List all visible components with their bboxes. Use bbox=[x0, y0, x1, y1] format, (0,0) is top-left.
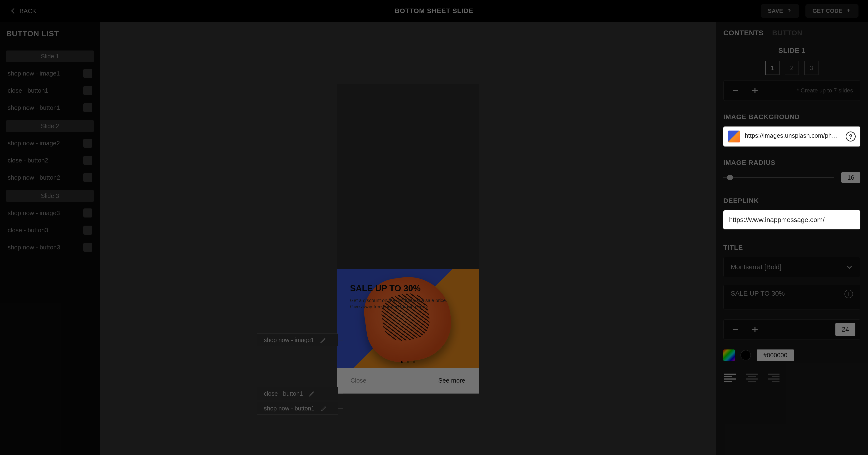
font-size-value[interactable]: 24 bbox=[835, 323, 856, 336]
add-title-line-button[interactable]: + bbox=[844, 290, 853, 298]
preview-subtitle2: Give away free coupon for members. bbox=[350, 304, 447, 310]
chevron-down-icon bbox=[846, 263, 853, 271]
phone-preview: SALE UP TO 30% Get a discount on the pro… bbox=[337, 84, 479, 394]
arrow-left-icon bbox=[9, 7, 17, 15]
floating-label-close1[interactable]: close - button1 bbox=[257, 387, 338, 400]
preview-close-button[interactable]: Close bbox=[350, 377, 366, 384]
minus-icon bbox=[732, 86, 740, 94]
button-list-item[interactable]: shop now - button2 bbox=[6, 173, 94, 182]
align-center-button[interactable] bbox=[745, 372, 758, 383]
slide-group-header[interactable]: Slide 1 bbox=[6, 51, 94, 62]
button-list-item[interactable]: close - button1 bbox=[6, 86, 94, 95]
back-label: BACK bbox=[20, 7, 36, 15]
item-checkbox[interactable] bbox=[83, 156, 92, 165]
canvas-area: SALE UP TO 30% Get a discount on the pro… bbox=[100, 22, 716, 455]
color-hex-input[interactable]: #000000 bbox=[757, 349, 794, 361]
radius-slider[interactable] bbox=[723, 177, 834, 178]
tab-button[interactable]: BUTTON bbox=[772, 29, 802, 37]
save-button[interactable]: SAVE bbox=[761, 4, 799, 18]
title-textarea[interactable]: SALE UP TO 30% + bbox=[723, 285, 860, 309]
decrease-size-button[interactable] bbox=[731, 325, 740, 334]
floating-label-image1[interactable]: shop now - image1 bbox=[257, 334, 338, 346]
pencil-icon bbox=[320, 405, 328, 412]
section-title: TITLE bbox=[723, 244, 860, 251]
help-icon[interactable]: ? bbox=[846, 132, 856, 142]
pencil-icon bbox=[309, 390, 316, 397]
align-left-button[interactable] bbox=[723, 372, 737, 383]
button-list-item[interactable]: shop now - image2 bbox=[6, 139, 94, 148]
pencil-icon bbox=[320, 336, 327, 343]
item-checkbox[interactable] bbox=[83, 139, 92, 148]
color-picker-button[interactable] bbox=[723, 349, 735, 361]
item-checkbox[interactable] bbox=[83, 103, 92, 112]
upload-icon bbox=[846, 8, 851, 14]
preview-title: SALE UP TO 30% bbox=[350, 283, 447, 293]
deeplink-input[interactable] bbox=[723, 210, 860, 229]
slide-limit-note: * Create up to 7 slides bbox=[797, 87, 853, 94]
section-image-radius: IMAGE RADIUS bbox=[723, 159, 860, 167]
item-checkbox[interactable] bbox=[83, 208, 92, 218]
image-url-input[interactable]: https://images.unsplash.com/photo-... bbox=[745, 132, 841, 141]
slide-dots bbox=[401, 361, 415, 363]
properties-panel: CONTENTS BUTTON SLIDE 1 1 2 3 * Create u… bbox=[716, 22, 868, 455]
remove-slide-button[interactable] bbox=[731, 86, 740, 95]
button-list-item[interactable]: shop now - image3 bbox=[6, 208, 94, 218]
upload-icon bbox=[786, 8, 792, 14]
page-title: BOTTOM SHEET SLIDE bbox=[395, 7, 473, 15]
add-slide-button[interactable] bbox=[750, 86, 760, 95]
tab-contents[interactable]: CONTENTS bbox=[723, 29, 764, 37]
item-checkbox[interactable] bbox=[83, 226, 92, 235]
get-code-button[interactable]: GET CODE bbox=[805, 4, 859, 18]
button-list-item[interactable]: close - button3 bbox=[6, 226, 94, 235]
back-button[interactable]: BACK bbox=[9, 7, 36, 15]
align-right-button[interactable] bbox=[767, 372, 780, 383]
slide-group-header[interactable]: Slide 3 bbox=[6, 190, 94, 202]
button-list-item[interactable]: shop now - image1 bbox=[6, 69, 94, 78]
item-checkbox[interactable] bbox=[83, 173, 92, 182]
button-list-item[interactable]: shop now - button1 bbox=[6, 103, 94, 112]
button-list-panel: BUTTON LIST Slide 1shop now - image1clos… bbox=[0, 22, 100, 455]
plus-icon bbox=[751, 86, 759, 94]
font-selector[interactable]: Montserrat [Bold] bbox=[723, 257, 860, 277]
slide-num-2[interactable]: 2 bbox=[785, 61, 799, 75]
minus-icon bbox=[732, 325, 740, 334]
header-actions: SAVE GET CODE bbox=[761, 4, 859, 18]
floating-label-shopnow1[interactable]: shop now - button1 bbox=[257, 402, 338, 415]
radius-value[interactable]: 16 bbox=[841, 172, 860, 183]
bottom-sheet-bar: Close See more bbox=[337, 368, 479, 394]
image-background-row: https://images.unsplash.com/photo-... ? bbox=[723, 126, 860, 146]
section-deeplink: DEEPLINK bbox=[723, 197, 860, 205]
plus-icon bbox=[751, 325, 759, 334]
slide-num-1[interactable]: 1 bbox=[765, 61, 779, 75]
preview-see-more-button[interactable]: See more bbox=[438, 377, 465, 384]
slide-group-header[interactable]: Slide 2 bbox=[6, 120, 94, 132]
item-checkbox[interactable] bbox=[83, 243, 92, 252]
section-image-background: IMAGE BACKGROUND bbox=[723, 113, 860, 121]
bottom-sheet-image[interactable]: SALE UP TO 30% Get a discount on the pro… bbox=[337, 269, 479, 368]
image-thumbnail[interactable] bbox=[728, 131, 740, 142]
slide-num-3[interactable]: 3 bbox=[804, 61, 818, 75]
color-swatch-black[interactable] bbox=[741, 350, 751, 361]
slide-heading: SLIDE 1 bbox=[723, 47, 860, 55]
button-list-item[interactable]: shop now - button3 bbox=[6, 243, 94, 252]
app-header: BACK BOTTOM SHEET SLIDE SAVE GET CODE bbox=[0, 0, 868, 22]
item-checkbox[interactable] bbox=[83, 69, 92, 78]
preview-subtitle1: Get a discount on the products at a sale… bbox=[350, 297, 447, 304]
button-list-item[interactable]: close - button2 bbox=[6, 156, 94, 165]
button-list-title: BUTTON LIST bbox=[6, 29, 94, 38]
increase-size-button[interactable] bbox=[750, 325, 760, 334]
item-checkbox[interactable] bbox=[83, 86, 92, 95]
